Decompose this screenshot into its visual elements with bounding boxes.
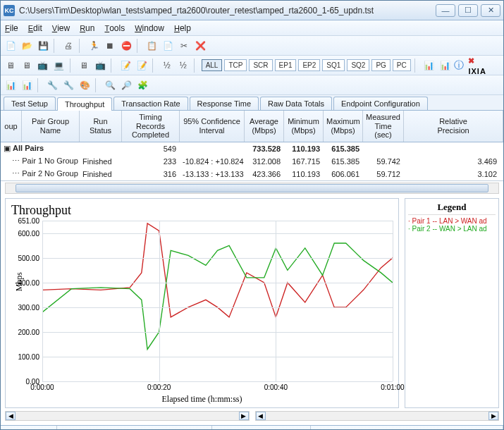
table-row[interactable]: ⋯ Pair 1 No GroupFinished233-10.824 : +1…: [1, 155, 503, 168]
filter-sq1[interactable]: SQ1: [322, 59, 345, 71]
statusbar: Pairs: 2 Start: 11/22/2015, 11:05:10 AM …: [1, 425, 503, 430]
col-time[interactable]: MeasuredTime (sec): [363, 111, 404, 142]
tb3-icon[interactable]: 🧩: [135, 78, 149, 92]
grid-hscroll[interactable]: [5, 183, 499, 194]
paste-icon[interactable]: 📄: [161, 39, 175, 53]
filter-scr[interactable]: SCR: [249, 59, 272, 71]
menu-tools[interactable]: Tools: [104, 23, 125, 33]
tb3-icon[interactable]: 🔧: [45, 78, 59, 92]
ytick: 400.00: [13, 278, 39, 286]
tb3-icon[interactable]: 🔍: [103, 78, 117, 92]
tb2-icon[interactable]: 📊: [422, 59, 436, 73]
tb2-icon[interactable]: 🖥: [20, 59, 34, 73]
xtick: 0:00:20: [147, 383, 171, 391]
col-run-status[interactable]: Run Status: [80, 111, 122, 142]
filter-sq2[interactable]: SQ2: [347, 59, 369, 71]
cell-min: 167.715: [284, 156, 324, 166]
scroll-right-icon[interactable]: ▶: [239, 412, 249, 420]
chart-title: Throughput: [11, 203, 393, 218]
tb2-icon[interactable]: ½: [176, 59, 190, 73]
scroll-left-icon[interactable]: ◀: [256, 412, 266, 420]
menu-help[interactable]: Help: [174, 23, 191, 33]
xtick: 0:00:00: [30, 383, 54, 391]
tb2-icon[interactable]: ½: [160, 59, 174, 73]
tb3-icon[interactable]: 📊: [20, 78, 34, 92]
menu-window[interactable]: Window: [135, 23, 164, 33]
abort-icon[interactable]: ⛔: [119, 39, 133, 53]
col-group[interactable]: oup: [1, 111, 22, 142]
menu-run[interactable]: Run: [80, 23, 94, 33]
filter-pc[interactable]: PC: [393, 59, 411, 71]
filter-ep2[interactable]: EP2: [298, 59, 320, 71]
run-icon[interactable]: 🏃: [87, 39, 101, 53]
cell-label: ⋯ Pair 2 No Group: [1, 168, 80, 179]
filter-pg[interactable]: PG: [371, 59, 390, 71]
tb3-icon[interactable]: 🎨: [78, 78, 92, 92]
col-min[interactable]: Minimum(Mbps): [284, 111, 324, 142]
titlebar: KC C:\Users\Tim\Desktop\wlan_tests\amped…: [1, 1, 503, 20]
ytick: 500.00: [13, 254, 39, 262]
tb2-icon[interactable]: 📺: [36, 59, 50, 73]
filter-all[interactable]: ALL: [202, 59, 223, 71]
filter-ep1[interactable]: EP1: [275, 59, 297, 71]
cell-records: 549: [122, 144, 180, 154]
tb2-icon[interactable]: 🖥: [77, 59, 91, 73]
tb3-icon[interactable]: 🔧: [61, 78, 75, 92]
open-icon[interactable]: 📂: [20, 39, 34, 53]
menu-view[interactable]: View: [52, 23, 70, 33]
col-max[interactable]: Maximum(Mbps): [324, 111, 363, 142]
tab-raw-data-totals[interactable]: Raw Data Totals: [260, 97, 332, 110]
tb2-icon[interactable]: 📺: [93, 59, 107, 73]
copy-icon[interactable]: 📋: [145, 39, 159, 53]
chart-series: [42, 243, 393, 350]
grid-header: oup Pair GroupName Run Status Timing Rec…: [1, 111, 503, 142]
delete-icon[interactable]: ❌: [193, 39, 207, 53]
tab-throughput[interactable]: Throughput: [57, 97, 112, 111]
col-confidence[interactable]: 95% ConfidenceInterval: [180, 111, 245, 142]
minimize-button[interactable]: —: [436, 4, 455, 17]
print-icon[interactable]: 🖨: [61, 39, 75, 53]
cell-max: 606.061: [324, 169, 363, 179]
cell-min: 110.193: [284, 169, 324, 179]
cut-icon[interactable]: ✂: [177, 39, 191, 53]
col-avg[interactable]: Average(Mbps): [245, 111, 284, 142]
tab-endpoint-config[interactable]: Endpoint Configuration: [333, 97, 428, 110]
menu-file[interactable]: File: [5, 23, 18, 33]
filter-tcp[interactable]: TCP: [224, 59, 247, 71]
save-icon[interactable]: 💾: [36, 39, 50, 53]
toolbar-3: 📊 📊 🔧 🔧 🎨 🔍 🔎 🧩: [1, 75, 503, 95]
tab-test-setup[interactable]: Test Setup: [4, 97, 56, 110]
col-precision[interactable]: RelativePrecision: [404, 111, 503, 142]
legend-item[interactable]: · Pair 2 -- WAN > LAN ad: [408, 225, 496, 233]
cell-prec: [404, 148, 503, 149]
tb2-icon[interactable]: 📝: [118, 59, 133, 73]
legend-hscroll[interactable]: ◀ ▶: [255, 411, 500, 421]
tab-transaction-rate[interactable]: Transaction Rate: [113, 97, 188, 110]
tab-response-time[interactable]: Response Time: [190, 97, 259, 110]
chart-plot[interactable]: Mbps 0.00100.00200.00300.00400.00500.006…: [42, 221, 393, 381]
legend-item[interactable]: · Pair 1 -- LAN > WAN ad: [408, 217, 496, 225]
cell-records: 316: [122, 169, 180, 179]
stop-icon[interactable]: ⏹: [103, 39, 117, 53]
tb2-icon[interactable]: 📊: [438, 59, 453, 73]
tb3-icon[interactable]: 🔎: [119, 78, 133, 92]
tb2-icon[interactable]: 🖥: [4, 59, 18, 73]
app-icon: KC: [4, 5, 15, 16]
legend-title: Legend: [408, 202, 496, 215]
tb2-icon[interactable]: 📝: [135, 59, 149, 73]
tb2-icon[interactable]: 💻: [52, 59, 66, 73]
scroll-right-icon[interactable]: ▶: [488, 412, 498, 420]
maximize-button[interactable]: ☐: [458, 4, 478, 17]
tb3-icon[interactable]: 📊: [4, 78, 18, 92]
col-timing-records[interactable]: Timing RecordsCompleted: [122, 111, 180, 142]
info-icon[interactable]: ⓘ: [454, 59, 464, 72]
new-icon[interactable]: 📄: [4, 39, 18, 53]
chart-hscroll[interactable]: ◀ ▶: [5, 411, 250, 421]
close-button[interactable]: ✕: [481, 4, 500, 17]
table-row[interactable]: ▣ All Pairs549733.528110.193615.385: [1, 142, 503, 155]
cell-conf: -10.824 : +10.824: [180, 156, 245, 166]
col-pair-group[interactable]: Pair GroupName: [22, 111, 80, 142]
scroll-left-icon[interactable]: ◀: [6, 412, 16, 420]
menu-edit[interactable]: Edit: [28, 23, 42, 33]
table-row[interactable]: ⋯ Pair 2 No GroupFinished316-13.133 : +1…: [1, 168, 503, 180]
